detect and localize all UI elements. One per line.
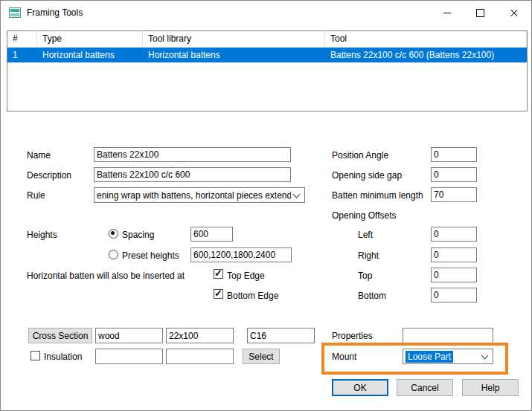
framing-tools-dialog: Framing Tools # Type Tool library Tool 1… [0,0,532,411]
table-row[interactable]: 1 Horizontal battens Horizontal battens … [7,48,527,62]
properties-label: Properties [332,331,373,341]
mount-dropdown[interactable]: Loose Part [403,349,493,364]
insulation-checkbox[interactable] [31,351,40,360]
rule-dropdown-value: ening wrap with battens, horizontal piec… [97,190,291,201]
spacing-input[interactable] [190,227,233,242]
rule-dropdown[interactable]: ening wrap with battens, horizontal piec… [94,187,305,203]
bottom-edge-checkbox[interactable] [214,289,223,299]
cell-tool-library: Horizontal battens [143,48,325,62]
top-edge-label[interactable]: Top Edge [227,271,265,281]
offset-left-label: Left [358,230,373,240]
cross-section-grade-input[interactable] [247,328,315,343]
window-title: Framing Tools [27,7,83,18]
name-label: Name [27,150,51,161]
cell-number: 1 [7,48,37,62]
opening-side-gap-input[interactable] [431,167,477,182]
opening-offsets-label: Opening Offsets [332,210,397,221]
name-input[interactable] [94,147,291,162]
cross-section-material-input[interactable] [95,328,163,343]
spacing-radio-label[interactable]: Spacing [122,230,154,240]
column-header-number[interactable]: # [7,31,37,47]
insulation-input-2[interactable] [166,349,234,364]
cross-section-size-input[interactable] [166,328,234,343]
heights-label: Heights [27,230,57,240]
opening-side-gap-label: Opening side gap [332,170,402,181]
mount-dropdown-value: Loose Part [406,351,453,363]
cancel-button[interactable]: Cancel [397,379,453,396]
maximize-button[interactable] [464,1,497,24]
tool-list: # Type Tool library Tool 1 Horizontal ba… [7,30,528,111]
offset-top-label: Top [358,271,372,281]
batten-minimum-length-input[interactable] [431,187,477,202]
minimize-button[interactable] [430,1,464,24]
ok-button[interactable]: OK [332,379,388,396]
cell-tool: Battens 22x100 c/c 600 (Battens 22x100) [325,48,527,62]
tool-list-header: # Type Tool library Tool [7,31,527,48]
offset-bottom-input[interactable] [431,288,477,302]
column-header-type[interactable]: Type [37,31,143,47]
close-icon [510,8,519,17]
chevron-down-icon [293,191,301,198]
caption-buttons [430,1,531,24]
insulation-label[interactable]: Insulation [44,352,82,362]
cross-section-button[interactable]: Cross Section [28,328,92,343]
offset-right-input[interactable] [431,247,477,262]
batten-minimum-length-label: Batten minimum length [332,190,423,201]
properties-input[interactable] [403,328,493,343]
position-angle-label: Position Angle [332,150,388,161]
offset-bottom-label: Bottom [358,291,386,301]
insulation-input-1[interactable] [95,349,163,364]
minimize-icon [443,13,451,13]
app-icon [9,7,21,19]
offset-top-input[interactable] [431,268,477,282]
cell-type: Horizontal battens [37,48,143,62]
rule-label: Rule [27,190,45,201]
select-button[interactable]: Select [243,349,280,364]
chevron-down-icon [481,352,489,360]
position-angle-input[interactable] [431,147,477,162]
preset-heights-input[interactable] [190,247,292,262]
close-button[interactable] [497,1,531,24]
help-button[interactable]: Help [462,379,519,396]
offset-left-input[interactable] [431,227,477,242]
column-header-tool[interactable]: Tool [325,31,527,47]
preset-heights-radio[interactable] [109,250,118,259]
top-edge-checkbox[interactable] [214,269,223,279]
description-label: Description [27,170,71,181]
titlebar: Framing Tools [1,1,531,25]
column-header-tool-library[interactable]: Tool library [143,31,325,47]
preset-heights-radio-label[interactable]: Preset heights [122,250,179,261]
spacing-radio[interactable] [109,229,118,239]
mount-label: Mount [332,352,356,362]
offset-right-label: Right [358,250,379,261]
bottom-edge-label[interactable]: Bottom Edge [227,291,278,301]
insert-at-label: Horizontal batten will also be inserted … [27,271,185,281]
maximize-icon [476,9,484,17]
description-input[interactable] [94,167,291,182]
